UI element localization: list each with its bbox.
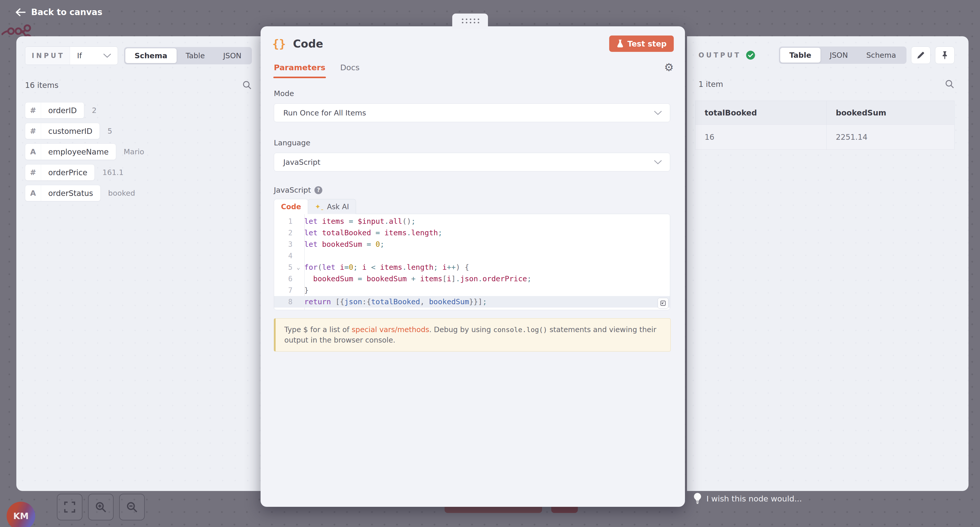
- expand-icon: [660, 300, 666, 306]
- zoom-in-button[interactable]: [88, 494, 114, 521]
- schema-field-orderPrice[interactable]: #orderPrice161.1: [25, 164, 252, 180]
- schema-field-employeeName[interactable]: AemployeeNameMario: [25, 144, 252, 160]
- fold-chevron-icon[interactable]: ⌄: [293, 262, 304, 273]
- schema-field-customerID[interactable]: #customerID5: [25, 123, 252, 139]
- input-tab-schema[interactable]: Schema: [125, 48, 177, 63]
- hint-code: console.log(): [493, 326, 547, 334]
- output-label: OUTPUT: [698, 51, 741, 59]
- editor-tab-ask-ai[interactable]: ✦ˍ Ask AI: [308, 199, 356, 214]
- input-label: INPUT: [25, 47, 70, 65]
- editor-hint-notice: Type $ for a list of special vars/method…: [274, 318, 671, 351]
- code-line-4[interactable]: 4: [274, 250, 670, 262]
- edit-output-button[interactable]: [911, 46, 931, 64]
- ndv-drag-handle[interactable]: [452, 14, 488, 29]
- avatar-initials: KM: [13, 511, 29, 521]
- field-name: customerID: [41, 123, 100, 139]
- output-cell: 2251.14: [826, 125, 954, 150]
- pin-data-button[interactable]: [935, 46, 955, 64]
- input-tab-table[interactable]: Table: [177, 48, 214, 63]
- back-to-canvas-button[interactable]: Back to canvas: [15, 7, 102, 17]
- output-items-count: 1 item: [698, 80, 723, 89]
- field-name: orderStatus: [41, 185, 100, 201]
- search-icon[interactable]: [945, 79, 955, 89]
- field-name: orderPrice: [41, 164, 94, 180]
- code-line-8[interactable]: 8return [{json:{totalBooked, bookedSum}}…: [274, 296, 670, 308]
- field-value: Mario: [124, 147, 145, 156]
- field-type-icon: A: [25, 144, 41, 160]
- zoom-out-button[interactable]: [119, 494, 145, 521]
- sparkles-icon: ✦ˍ: [315, 203, 324, 211]
- code-line-2[interactable]: 2let totalBooked = items.length;: [274, 227, 670, 239]
- language-select[interactable]: JavaScript: [274, 153, 670, 171]
- fold-gutter: [293, 273, 304, 284]
- node-feedback-button[interactable]: I wish this node would...: [693, 492, 802, 505]
- expand-editor-button[interactable]: [658, 298, 668, 308]
- editor-tab-code[interactable]: Code: [274, 199, 308, 214]
- code-text: return [{json:{totalBooked, bookedSum}}]…: [304, 296, 487, 308]
- node-title[interactable]: Code: [293, 38, 323, 50]
- table-row[interactable]: 162251.14: [695, 125, 955, 150]
- mode-value: Run Once for All Items: [283, 109, 366, 117]
- input-items-count: 16 items: [25, 81, 59, 89]
- output-tab-schema[interactable]: Schema: [857, 48, 905, 62]
- chevron-down-icon: [654, 160, 662, 165]
- output-tab-json[interactable]: JSON: [821, 48, 857, 62]
- test-step-label: Test step: [628, 39, 667, 48]
- output-tab-table[interactable]: Table: [780, 48, 821, 62]
- code-line-1[interactable]: 1let items = $input.all();: [274, 216, 670, 227]
- drag-dots-icon: [460, 17, 480, 24]
- arrow-left-icon: [15, 8, 25, 17]
- mode-select[interactable]: Run Once for All Items: [274, 104, 670, 122]
- pencil-icon: [916, 51, 925, 60]
- code-text: let totalBooked = items.length;: [304, 227, 442, 239]
- code-node-icon: {}: [272, 37, 286, 50]
- code-line-6[interactable]: 6 bookedSum = bookedSum + items[i].json.…: [274, 273, 670, 284]
- line-number: 1: [274, 216, 293, 227]
- schema-field-orderStatus[interactable]: AorderStatusbooked: [25, 185, 252, 201]
- output-column-header: totalBooked: [695, 101, 827, 125]
- zoom-to-fit-button[interactable]: [57, 494, 83, 521]
- input-source-select[interactable]: INPUT If: [25, 46, 118, 65]
- fold-gutter: [293, 284, 304, 296]
- code-line-7[interactable]: 7}: [274, 284, 670, 296]
- output-panel: OUTPUT Table JSON Schema 1 item totalBoo…: [687, 36, 969, 491]
- line-number: 3: [274, 239, 293, 250]
- zoom-to-fit-icon: [64, 501, 76, 513]
- hint-text: Type $ for a list of: [284, 326, 352, 334]
- code-lines: 1let items = $input.all();2let totalBook…: [274, 216, 670, 308]
- field-value: 2: [92, 106, 97, 115]
- field-value: booked: [108, 189, 135, 198]
- code-text: for(let i=0; i < items.length; i++) {: [304, 262, 469, 273]
- success-check-icon: [746, 50, 756, 60]
- code-line-3[interactable]: 3let bookedSum = 0;: [274, 239, 670, 250]
- pin-icon: [940, 51, 949, 60]
- code-line-5[interactable]: 5⌄for(let i=0; i < items.length; i++) {: [274, 262, 670, 273]
- schema-field-orderID[interactable]: #orderID2: [25, 102, 252, 118]
- input-view-tabs: Schema Table JSON: [124, 47, 252, 64]
- search-icon[interactable]: [242, 80, 252, 90]
- output-table: totalBookedbookedSum162251.14: [695, 101, 955, 150]
- tab-docs[interactable]: Docs: [340, 63, 360, 72]
- tab-parameters[interactable]: Parameters: [274, 63, 325, 72]
- field-type-icon: #: [25, 102, 41, 118]
- code-text: }: [304, 284, 309, 296]
- user-avatar[interactable]: KM: [6, 502, 35, 527]
- output-column-header: bookedSum: [826, 101, 954, 125]
- help-icon[interactable]: ?: [314, 186, 322, 194]
- mode-label: Mode: [274, 89, 674, 98]
- code-section-label: JavaScript: [274, 186, 311, 195]
- fold-gutter: [293, 216, 304, 227]
- fold-gutter: [293, 227, 304, 239]
- editor-tab-ask-ai-label: Ask AI: [327, 203, 349, 211]
- test-step-button[interactable]: Test step: [609, 35, 674, 52]
- input-tab-json[interactable]: JSON: [214, 48, 251, 63]
- code-editor[interactable]: 1let items = $input.all();2let totalBook…: [274, 214, 670, 310]
- back-to-canvas-label: Back to canvas: [31, 7, 102, 17]
- code-text: let bookedSum = 0;: [304, 239, 384, 250]
- node-settings-gear-icon[interactable]: ⚙: [664, 62, 674, 73]
- special-vars-link[interactable]: special vars/methods: [352, 326, 429, 334]
- lightbulb-icon: [693, 492, 702, 505]
- output-cell: 16: [695, 125, 827, 150]
- field-type-icon: A: [25, 185, 41, 201]
- field-type-icon: #: [25, 164, 41, 180]
